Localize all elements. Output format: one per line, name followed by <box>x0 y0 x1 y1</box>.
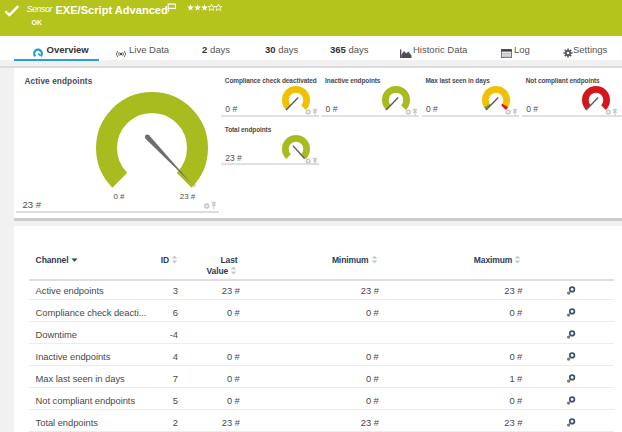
svg-text:x: x <box>193 182 196 188</box>
